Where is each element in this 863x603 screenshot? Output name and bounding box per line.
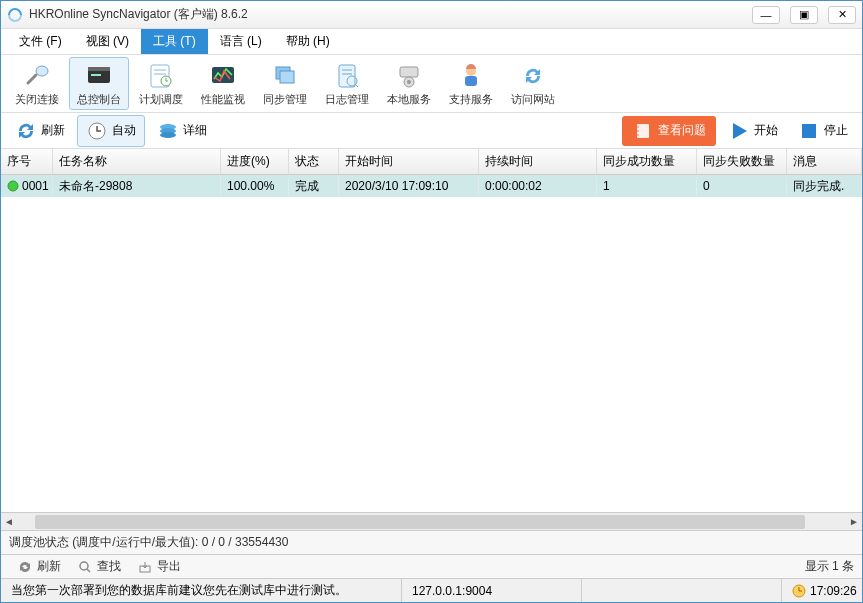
- menu-view[interactable]: 视图 (V): [74, 29, 141, 54]
- cell-duration: 0:00:00:02: [479, 177, 597, 195]
- svg-point-24: [160, 132, 176, 138]
- restore-button[interactable]: ▣: [790, 6, 818, 24]
- schedule-button[interactable]: 计划调度: [131, 57, 191, 110]
- svg-rect-20: [465, 76, 477, 86]
- col-seq[interactable]: 序号: [1, 149, 53, 174]
- mini-label: 查找: [97, 558, 121, 575]
- view-problem-button[interactable]: 查看问题: [622, 116, 716, 146]
- svg-rect-2: [88, 67, 110, 71]
- cell-status: 完成: [289, 176, 339, 197]
- svg-point-31: [8, 181, 18, 191]
- menu-file[interactable]: 文件 (F): [7, 29, 74, 54]
- toolbar-label: 总控制台: [77, 92, 121, 107]
- toolbar-label: 日志管理: [325, 92, 369, 107]
- pool-status-text: 调度池状态 (调度中/运行中/最大值): 0 / 0 / 33554430: [9, 534, 288, 551]
- toolbar-label: 性能监视: [201, 92, 245, 107]
- cell-sync-ok: 1: [597, 177, 697, 195]
- menu-lang[interactable]: 语言 (L): [208, 29, 274, 54]
- window-controls: — ▣ ✕: [752, 6, 856, 24]
- console-icon: [83, 60, 115, 92]
- perfmon-button[interactable]: 性能监视: [193, 57, 253, 110]
- window-title: HKROnline SyncNavigator (客户端) 8.6.2: [29, 6, 752, 23]
- minimize-button[interactable]: —: [752, 6, 780, 24]
- col-sync-fail[interactable]: 同步失败数量: [697, 149, 787, 174]
- syncmgr-button[interactable]: 同步管理: [255, 57, 315, 110]
- toolbar-label: 访问网站: [511, 92, 555, 107]
- scroll-left-icon[interactable]: ◄: [1, 516, 17, 527]
- close-connection-button[interactable]: 关闭连接: [7, 57, 67, 110]
- statusbar: 当您第一次部署到您的数据库前建议您先在测试库中进行测试。 127.0.0.1:9…: [1, 578, 862, 602]
- scroll-thumb[interactable]: [35, 515, 805, 529]
- action-bar: 刷新 自动 详细 查看问题 开始 停止: [1, 113, 862, 149]
- website-button[interactable]: 访问网站: [503, 57, 563, 110]
- localsvc-button[interactable]: 本地服务: [379, 57, 439, 110]
- status-dot-icon: [7, 180, 19, 192]
- svg-rect-30: [802, 124, 816, 138]
- display-count-label: 显示 1 条: [805, 558, 854, 575]
- mini-refresh-button[interactable]: 刷新: [9, 558, 69, 575]
- menu-tools[interactable]: 工具 (T): [141, 29, 208, 54]
- book-icon: [632, 120, 654, 142]
- monitor-icon: [207, 60, 239, 92]
- pool-status-bar: 调度池状态 (调度中/运行中/最大值): 0 / 0 / 33554430: [1, 530, 862, 554]
- cell-name: 未命名-29808: [53, 176, 221, 197]
- action-label: 自动: [112, 122, 136, 139]
- search-small-icon: [77, 559, 93, 575]
- svg-rect-16: [400, 67, 418, 77]
- detail-button[interactable]: 详细: [149, 116, 215, 146]
- col-msg[interactable]: 消息: [787, 149, 862, 174]
- svg-point-0: [36, 66, 48, 76]
- action-label: 开始: [754, 122, 778, 139]
- menu-help[interactable]: 帮助 (H): [274, 29, 342, 54]
- action-label: 刷新: [41, 122, 65, 139]
- notebook-icon: [331, 60, 363, 92]
- toolbar-label: 同步管理: [263, 92, 307, 107]
- col-name[interactable]: 任务名称: [53, 149, 221, 174]
- refresh-button[interactable]: 刷新: [7, 116, 73, 146]
- svg-point-18: [407, 80, 411, 84]
- menubar: 文件 (F) 视图 (V) 工具 (T) 语言 (L) 帮助 (H): [1, 29, 862, 55]
- toolbar-label: 计划调度: [139, 92, 183, 107]
- svg-point-32: [80, 562, 88, 570]
- cell-msg: 同步完成.: [787, 176, 862, 197]
- cell-seq: 0001: [22, 179, 49, 193]
- app-window: HKROnline SyncNavigator (客户端) 8.6.2 — ▣ …: [0, 0, 863, 603]
- action-label: 详细: [183, 122, 207, 139]
- stop-button[interactable]: 停止: [790, 116, 856, 146]
- stop-icon: [798, 120, 820, 142]
- clock-icon: [86, 120, 108, 142]
- action-label: 停止: [824, 122, 848, 139]
- mini-find-button[interactable]: 查找: [69, 558, 129, 575]
- svg-point-26: [637, 126, 639, 128]
- support-button[interactable]: 支持服务: [441, 57, 501, 110]
- app-icon: [7, 7, 23, 23]
- logmgr-button[interactable]: 日志管理: [317, 57, 377, 110]
- mini-export-button[interactable]: 导出: [129, 558, 189, 575]
- col-progress[interactable]: 进度(%): [221, 149, 289, 174]
- mini-label: 导出: [157, 558, 181, 575]
- start-button[interactable]: 开始: [720, 116, 786, 146]
- table-header: 序号 任务名称 进度(%) 状态 开始时间 持续时间 同步成功数量 同步失败数量…: [1, 149, 862, 175]
- clock-icon: [792, 584, 806, 598]
- col-sync-ok[interactable]: 同步成功数量: [597, 149, 697, 174]
- table-body: 0001 未命名-29808 100.00% 完成 2020/3/10 17:0…: [1, 175, 862, 512]
- titlebar: HKROnline SyncNavigator (客户端) 8.6.2 — ▣ …: [1, 1, 862, 29]
- toolbar-label: 本地服务: [387, 92, 431, 107]
- auto-button[interactable]: 自动: [77, 115, 145, 147]
- status-address: 127.0.0.1:9004: [402, 579, 582, 602]
- table-row[interactable]: 0001 未命名-29808 100.00% 完成 2020/3/10 17:0…: [1, 175, 862, 197]
- horizontal-scrollbar[interactable]: ◄ ►: [1, 512, 862, 530]
- col-start-time[interactable]: 开始时间: [339, 149, 479, 174]
- svg-rect-10: [280, 71, 294, 83]
- refresh-globe-icon: [517, 60, 549, 92]
- close-button[interactable]: ✕: [828, 6, 856, 24]
- stack-icon: [157, 120, 179, 142]
- scroll-right-icon[interactable]: ►: [846, 516, 862, 527]
- console-button[interactable]: 总控制台: [69, 57, 129, 110]
- toolbar-label: 关闭连接: [15, 92, 59, 107]
- svg-line-33: [87, 569, 90, 572]
- col-duration[interactable]: 持续时间: [479, 149, 597, 174]
- col-status[interactable]: 状态: [289, 149, 339, 174]
- toolbar-label: 支持服务: [449, 92, 493, 107]
- refresh-icon: [15, 120, 37, 142]
